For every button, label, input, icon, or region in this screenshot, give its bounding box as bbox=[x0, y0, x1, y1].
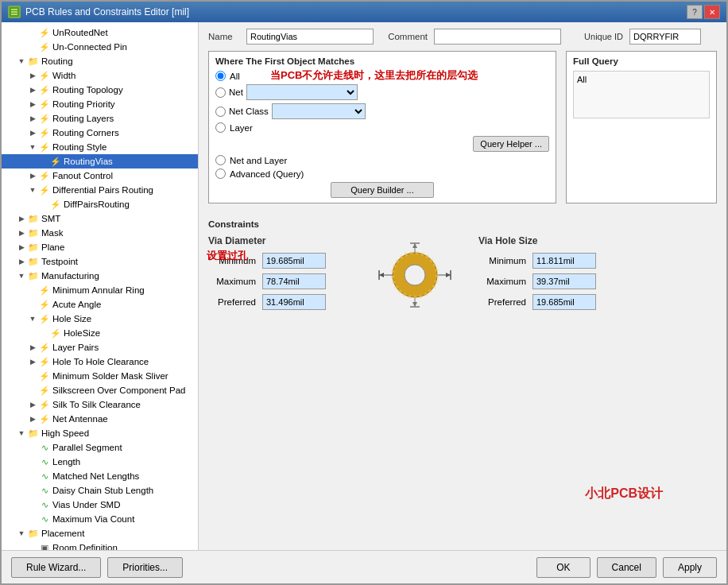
tree-item-routing-style[interactable]: ▼ ⚡ Routing Style bbox=[2, 140, 198, 154]
radio-net-layer[interactable]: Net and Layer bbox=[215, 155, 549, 165]
tree-item-net-antennae[interactable]: ▶ ⚡ Net Antennae bbox=[2, 412, 198, 426]
tree-item-fanout[interactable]: ▶ ⚡ Fanout Control bbox=[2, 169, 198, 183]
netclass-dropdown[interactable] bbox=[272, 103, 366, 119]
tree-item-placement[interactable]: ▼ 📁 Placement bbox=[2, 526, 198, 540]
radio-advanced[interactable]: Advanced (Query) bbox=[215, 169, 549, 179]
tree-item-routing-topology[interactable]: ▶ ⚡ Routing Topology bbox=[2, 83, 198, 97]
net-dropdown[interactable] bbox=[246, 84, 358, 100]
tree-item-layer-pairs[interactable]: ▶ ⚡ Layer Pairs bbox=[2, 340, 198, 354]
radio-all[interactable]: All bbox=[215, 71, 549, 81]
rule-icon: ⚡ bbox=[38, 127, 51, 138]
title-bar: PCB Rules and Constraints Editor [mil] ?… bbox=[2, 2, 726, 22]
query-helper-button[interactable]: Query Helper ... bbox=[473, 136, 549, 152]
radio-netclass-input[interactable] bbox=[215, 107, 226, 117]
tree-item-testpoint[interactable]: ▶ 📁 Testpoint bbox=[2, 254, 198, 269]
tree-item-diff-pairs-routing[interactable]: ⚡ DiffPairsRouting bbox=[2, 197, 198, 211]
tree-item-solder-mask[interactable]: ⚡ Minimum Solder Mask Sliver bbox=[2, 369, 198, 383]
rule-icon: ⚡ bbox=[38, 141, 51, 153]
tree-item-matched-net[interactable]: ∿ Matched Net Lengths bbox=[2, 469, 198, 483]
tree-item-hole-size[interactable]: ▼ ⚡ Hole Size bbox=[2, 312, 198, 326]
tree-label: Routing bbox=[41, 56, 73, 66]
expand-icon: ▶ bbox=[16, 227, 27, 238]
name-input[interactable] bbox=[246, 29, 374, 45]
help-button[interactable]: ? bbox=[687, 5, 703, 19]
folder-icon: 📁 bbox=[27, 528, 40, 539]
priorities-button[interactable]: Priorities... bbox=[107, 557, 183, 578]
tree-item-smt[interactable]: ▶ 📁 SMT bbox=[2, 211, 198, 226]
cancel-button[interactable]: Cancel bbox=[597, 557, 656, 578]
fullquery-value: All bbox=[577, 75, 587, 84]
query-builder-button[interactable]: Query Builder ... bbox=[331, 182, 434, 198]
tree-item-hole-clearance[interactable]: ▶ ⚡ Hole To Hole Clearance bbox=[2, 354, 198, 369]
tree-item-length[interactable]: ∿ Length bbox=[2, 455, 198, 469]
via-hole-min-input[interactable] bbox=[532, 253, 596, 269]
tree-label: DiffPairsRouting bbox=[64, 200, 130, 209]
folder-icon: 📁 bbox=[27, 227, 40, 238]
ok-button[interactable]: OK bbox=[536, 557, 590, 578]
tree-label: Fanout Control bbox=[52, 171, 113, 180]
bottom-bar: Rule Wizard... Priorities... OK Cancel A… bbox=[2, 550, 726, 583]
tree-item-holesize[interactable]: ⚡ HoleSize bbox=[2, 326, 198, 340]
radio-net-label: Net bbox=[229, 87, 243, 97]
tree-item-routing-priority[interactable]: ▶ ⚡ Routing Priority bbox=[2, 97, 198, 111]
rule-icon: ⚡ bbox=[38, 113, 51, 124]
tree-label: Room Definition bbox=[52, 543, 118, 550]
tree-item-acute[interactable]: ⚡ Acute Angle bbox=[2, 297, 198, 312]
folder-icon: 📁 bbox=[27, 56, 40, 67]
via-hole-max-input[interactable] bbox=[532, 273, 596, 289]
where-full-query-row: Where The First Object Matches All Net bbox=[208, 51, 717, 210]
constraints-layout: Via Diameter Minimum Maximum Preferred bbox=[208, 235, 717, 315]
via-diam-max-input[interactable] bbox=[262, 273, 326, 289]
tree-item-routing-vias[interactable]: ⚡ RoutingVias bbox=[2, 154, 198, 169]
comment-input[interactable] bbox=[434, 29, 561, 45]
close-button[interactable]: ✕ bbox=[704, 5, 720, 19]
tree-item-high-speed[interactable]: ▼ 📁 High Speed bbox=[2, 426, 198, 440]
tree-item-annular[interactable]: ⚡ Minimum Annular Ring bbox=[2, 283, 198, 297]
rule-icon: ∿ bbox=[38, 485, 51, 496]
via-hole-max-row: Maximum bbox=[478, 273, 622, 289]
tree-label: Minimum Annular Ring bbox=[52, 285, 145, 295]
expand-icon: ▼ bbox=[27, 313, 38, 324]
min-label: Minimum bbox=[208, 256, 256, 265]
expand-icon bbox=[27, 442, 38, 453]
rule-icon: ⚡ bbox=[38, 184, 51, 196]
tree-item-mask[interactable]: ▶ 📁 Mask bbox=[2, 226, 198, 240]
radio-netlayer-input[interactable] bbox=[215, 155, 226, 165]
radio-layer-input[interactable] bbox=[215, 122, 226, 133]
tree-scroll: ⚡ UnRoutedNet ⚡ Un-Connected Pin ▼ 📁 Rou… bbox=[2, 22, 198, 550]
tree-item-diff-pairs[interactable]: ▼ ⚡ Differential Pairs Routing bbox=[2, 183, 198, 197]
uniqueid-input[interactable] bbox=[629, 29, 701, 45]
tree-item-vias-smd[interactable]: ∿ Vias Under SMD bbox=[2, 498, 198, 512]
tree-item-unrouted-net[interactable]: ⚡ UnRoutedNet bbox=[2, 25, 198, 40]
tree-item-routing[interactable]: ▼ 📁 Routing bbox=[2, 54, 198, 68]
tree-panel: ⚡ UnRoutedNet ⚡ Un-Connected Pin ▼ 📁 Rou… bbox=[2, 22, 199, 550]
tree-item-plane[interactable]: ▶ 📁 Plane bbox=[2, 240, 198, 254]
via-diam-min-input[interactable] bbox=[262, 253, 326, 269]
tree-item-daisy[interactable]: ∿ Daisy Chain Stub Length bbox=[2, 483, 198, 498]
radio-layer[interactable]: Layer bbox=[215, 122, 549, 133]
rule-icon: ∿ bbox=[38, 456, 51, 467]
main-window: PCB Rules and Constraints Editor [mil] ?… bbox=[0, 0, 728, 585]
tree-item-parallel[interactable]: ∿ Parallel Segment bbox=[2, 440, 198, 455]
radio-net-input[interactable] bbox=[215, 87, 226, 98]
tree-item-unconnected-pin[interactable]: ⚡ Un-Connected Pin bbox=[2, 40, 198, 54]
radio-advanced-input[interactable] bbox=[215, 169, 226, 179]
tree-item-silk-clearance[interactable]: ▶ ⚡ Silk To Silk Clearance bbox=[2, 397, 198, 412]
radio-all-input[interactable] bbox=[215, 71, 226, 81]
svg-point-13 bbox=[405, 265, 425, 285]
rule-wizard-button[interactable]: Rule Wizard... bbox=[11, 557, 101, 578]
via-hole-pref-input[interactable] bbox=[532, 294, 596, 310]
tree-label: Parallel Segment bbox=[52, 443, 122, 452]
tree-item-routing-layers[interactable]: ▶ ⚡ Routing Layers bbox=[2, 111, 198, 126]
via-diam-pref-input[interactable] bbox=[262, 294, 326, 310]
tree-item-silkscreen[interactable]: ⚡ Silkscreen Over Component Pad bbox=[2, 383, 198, 397]
tree-item-max-via[interactable]: ∿ Maximum Via Count bbox=[2, 512, 198, 526]
tree-item-room[interactable]: ▣ Room Definition bbox=[2, 540, 198, 550]
svg-marker-16 bbox=[446, 273, 451, 277]
tree-item-width[interactable]: ▶ ⚡ Width bbox=[2, 68, 198, 83]
expand-icon bbox=[27, 299, 38, 310]
tree-item-routing-corners[interactable]: ▶ ⚡ Routing Corners bbox=[2, 126, 198, 140]
apply-button[interactable]: Apply bbox=[663, 557, 717, 578]
expand-icon: ▶ bbox=[27, 170, 38, 181]
tree-item-manufacturing[interactable]: ▼ 📁 Manufacturing bbox=[2, 269, 198, 283]
